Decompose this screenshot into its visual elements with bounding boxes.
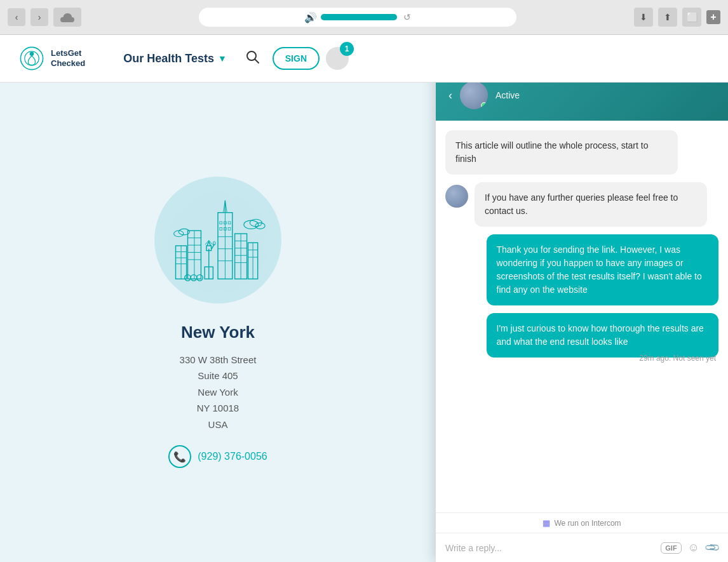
attachment-button[interactable]: 📎 xyxy=(703,539,721,557)
message-bubble-left: This article will outline the whole proc… xyxy=(445,130,678,175)
location-panel: New York 330 W 38th Street Suite 405 New… xyxy=(0,83,436,562)
message-4-container: I'm just curious to know how thorough th… xyxy=(445,313,718,363)
cloud-button[interactable] xyxy=(53,8,81,27)
chevron-down-icon: ▼ xyxy=(218,53,227,64)
address-line4: NY 10018 xyxy=(180,400,257,417)
message-bubble-left-2: If you have any further queries please f… xyxy=(475,182,707,227)
health-tests-label: Our Health Tests xyxy=(123,52,214,65)
main-content: New York 330 W 38th Street Suite 405 New… xyxy=(0,83,728,562)
phone-row: 📞 (929) 376-0056 xyxy=(168,445,267,468)
message-bubble-right-2: I'm just curious to know how thorough th… xyxy=(487,313,719,358)
notification-badge: 1 xyxy=(340,42,354,56)
intercom-powered-by: We run on Intercom xyxy=(554,519,621,528)
logo-text: LetsGet Checked xyxy=(51,48,85,68)
message-timestamp: 29m ago. Not seen yet xyxy=(639,354,718,363)
add-tab-button[interactable]: + xyxy=(706,10,720,24)
chat-back-button[interactable]: ‹ xyxy=(448,89,452,102)
intercom-logo-icon: ▦ xyxy=(543,518,550,528)
browser-chrome: ‹ › 🔊 ↺ ⬇ ⬆ ⬜ + xyxy=(0,0,728,35)
chat-status: Active xyxy=(495,90,520,100)
address-bar[interactable]: 🔊 ↺ xyxy=(199,8,516,27)
chat-agent-avatar xyxy=(460,81,488,109)
emoji-button[interactable]: ☺ xyxy=(688,541,699,554)
message-2: If you have any further queries please f… xyxy=(445,182,718,227)
chat-messages: This article will outline the whole proc… xyxy=(436,121,728,512)
share-button[interactable]: ⬆ xyxy=(658,8,677,27)
online-indicator xyxy=(481,102,487,109)
phone-icon: 📞 xyxy=(168,445,191,468)
chat-input[interactable] xyxy=(445,543,654,553)
notification-area[interactable]: 1 xyxy=(326,47,349,70)
sign-in-button[interactable]: SIGN xyxy=(273,47,320,70)
agent-avatar-small xyxy=(445,185,468,208)
window-button[interactable]: ⬜ xyxy=(682,8,701,27)
logo-area[interactable]: LetsGet Checked xyxy=(19,46,85,71)
nyc-skyline-svg xyxy=(158,184,278,295)
search-button[interactable] xyxy=(246,50,260,67)
message-3-container: Thank you for sending the link. However,… xyxy=(445,234,718,305)
message-1: This article will outline the whole proc… xyxy=(445,130,718,175)
intercom-footer: ▦ We run on Intercom xyxy=(436,512,728,533)
forward-button[interactable]: › xyxy=(30,8,48,26)
svg-point-0 xyxy=(20,47,43,69)
address-line3: New York xyxy=(180,384,257,401)
chat-input-area[interactable]: GIF ☺ 📎 xyxy=(436,533,728,562)
gif-button[interactable]: GIF xyxy=(661,542,681,554)
site-navbar: LetsGet Checked Our Health Tests ▼ SIGN … xyxy=(0,35,728,83)
browser-right-icons: ⬇ ⬆ ⬜ + xyxy=(634,8,720,27)
back-button[interactable]: ‹ xyxy=(8,8,25,26)
message-bubble-right-1: Thank you for sending the link. However,… xyxy=(487,234,719,305)
health-tests-nav[interactable]: Our Health Tests ▼ xyxy=(123,52,227,65)
svg-line-4 xyxy=(255,59,259,63)
chat-widget: ‹ Active This article will outline the w… xyxy=(436,70,728,562)
address-line5: USA xyxy=(180,417,257,433)
chat-action-buttons: GIF ☺ 📎 xyxy=(661,541,718,554)
city-name: New York xyxy=(181,323,255,342)
city-illustration xyxy=(154,177,281,304)
svg-point-2 xyxy=(30,52,34,56)
logo-svg xyxy=(19,46,44,71)
address-line1: 330 W 38th Street xyxy=(180,352,257,368)
address-block: 330 W 38th Street Suite 405 New York NY … xyxy=(180,352,257,433)
download-button[interactable]: ⬇ xyxy=(634,8,653,27)
phone-number: (929) 376-0056 xyxy=(198,451,267,462)
address-line2: Suite 405 xyxy=(180,368,257,384)
